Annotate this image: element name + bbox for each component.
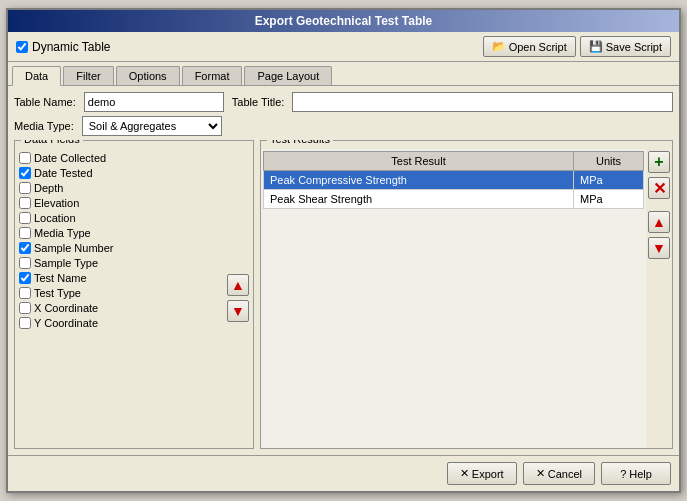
results-side-buttons: + ✕ ▲ ▼ <box>646 149 672 448</box>
x-coordinate-checkbox[interactable] <box>19 302 31 314</box>
media-type-label: Media Type: <box>14 120 74 132</box>
depth-label: Depth <box>34 182 63 194</box>
elevation-checkbox[interactable] <box>19 197 31 209</box>
move-up-button[interactable]: ▲ <box>227 274 249 296</box>
open-script-button[interactable]: 📂 Open Script <box>483 36 576 57</box>
list-item: Sample Type <box>19 256 223 270</box>
open-folder-icon: 📂 <box>492 40 506 53</box>
table-row[interactable]: Peak Shear Strength MPa <box>264 190 644 209</box>
test-results-title: Test Results <box>267 140 333 145</box>
toolbar: Dynamic Table 📂 Open Script 💾 Save Scrip… <box>8 32 679 62</box>
cancel-icon: ✕ <box>536 467 545 480</box>
test-results-group: Test Results Test Result Units <box>260 140 673 449</box>
dynamic-table-container: Dynamic Table <box>16 40 110 54</box>
delete-result-button[interactable]: ✕ <box>648 177 670 199</box>
media-type-select[interactable]: Soil & Aggregates Rock Water <box>82 116 222 136</box>
cancel-button[interactable]: ✕ Cancel <box>523 462 595 485</box>
elevation-label: Elevation <box>34 197 79 209</box>
location-checkbox[interactable] <box>19 212 31 224</box>
date-collected-label: Date Collected <box>34 152 106 164</box>
left-panel: Data Fields Date Collected Date Tested <box>14 140 254 449</box>
location-label: Location <box>34 212 76 224</box>
list-item: Elevation <box>19 196 223 210</box>
list-item: Depth <box>19 181 223 195</box>
table-title-input[interactable] <box>292 92 673 112</box>
table-row[interactable]: Peak Compressive Strength MPa <box>264 171 644 190</box>
move-down-button[interactable]: ▼ <box>227 300 249 322</box>
save-script-button[interactable]: 💾 Save Script <box>580 36 671 57</box>
tab-filter[interactable]: Filter <box>63 66 113 85</box>
list-item: Test Name <box>19 271 223 285</box>
main-dialog: Export Geotechnical Test Table Dynamic T… <box>6 8 681 493</box>
sample-type-checkbox[interactable] <box>19 257 31 269</box>
data-fields-container: Date Collected Date Tested Depth <box>19 151 249 444</box>
test-type-label: Test Type <box>34 287 81 299</box>
dialog-title: Export Geotechnical Test Table <box>255 14 433 28</box>
units-cell: MPa <box>574 190 644 209</box>
tab-data[interactable]: Data <box>12 66 61 86</box>
list-item: X Coordinate <box>19 301 223 315</box>
units-cell: MPa <box>574 171 644 190</box>
media-type-field-label: Media Type <box>34 227 91 239</box>
test-result-cell: Peak Shear Strength <box>264 190 574 209</box>
x-coordinate-label: X Coordinate <box>34 302 98 314</box>
test-name-label: Test Name <box>34 272 87 284</box>
export-button[interactable]: ✕ Export <box>447 462 517 485</box>
tab-options[interactable]: Options <box>116 66 180 85</box>
sample-number-checkbox[interactable] <box>19 242 31 254</box>
list-item: Date Collected <box>19 151 223 165</box>
media-type-checkbox[interactable] <box>19 227 31 239</box>
tab-page-layout[interactable]: Page Layout <box>244 66 332 85</box>
list-item: Sample Number <box>19 241 223 255</box>
tab-format[interactable]: Format <box>182 66 243 85</box>
data-field-arrow-buttons: ▲ ▼ <box>227 151 249 444</box>
test-type-checkbox[interactable] <box>19 287 31 299</box>
save-icon: 💾 <box>589 40 603 53</box>
date-collected-checkbox[interactable] <box>19 152 31 164</box>
sample-number-label: Sample Number <box>34 242 113 254</box>
test-results-inner: Test Result Units Peak Compressive Stren… <box>261 149 672 448</box>
toolbar-buttons: 📂 Open Script 💾 Save Script <box>483 36 671 57</box>
add-result-button[interactable]: + <box>648 151 670 173</box>
tab-bar: Data Filter Options Format Page Layout <box>8 62 679 86</box>
data-fields-group: Data Fields Date Collected Date Tested <box>14 140 254 449</box>
test-result-cell: Peak Compressive Strength <box>264 171 574 190</box>
list-item: Y Coordinate <box>19 316 223 330</box>
list-item: Test Type <box>19 286 223 300</box>
results-table-area: Test Result Units Peak Compressive Stren… <box>261 149 646 448</box>
table-name-row: Table Name: Table Title: <box>14 92 673 112</box>
help-icon: ? <box>620 468 626 480</box>
result-move-up-button[interactable]: ▲ <box>648 211 670 233</box>
date-tested-checkbox[interactable] <box>19 167 31 179</box>
test-name-checkbox[interactable] <box>19 272 31 284</box>
list-item: Location <box>19 211 223 225</box>
media-type-row: Media Type: Soil & Aggregates Rock Water <box>14 116 673 136</box>
table-title-label: Table Title: <box>232 96 285 108</box>
table-name-input[interactable] <box>84 92 224 112</box>
right-panel: Test Results Test Result Units <box>260 140 673 449</box>
sample-type-label: Sample Type <box>34 257 98 269</box>
y-coordinate-checkbox[interactable] <box>19 317 31 329</box>
results-table: Test Result Units Peak Compressive Stren… <box>263 151 644 209</box>
list-item: Date Tested <box>19 166 223 180</box>
help-button[interactable]: ? Help <box>601 462 671 485</box>
y-coordinate-label: Y Coordinate <box>34 317 98 329</box>
checkbox-list: Date Collected Date Tested Depth <box>19 151 223 444</box>
dynamic-table-label: Dynamic Table <box>32 40 110 54</box>
footer: ✕ Export ✕ Cancel ? Help <box>8 455 679 491</box>
date-tested-label: Date Tested <box>34 167 93 179</box>
table-name-label: Table Name: <box>14 96 76 108</box>
export-icon: ✕ <box>460 467 469 480</box>
col-header-test-result: Test Result <box>264 152 574 171</box>
col-header-units: Units <box>574 152 644 171</box>
title-bar: Export Geotechnical Test Table <box>8 10 679 32</box>
dynamic-table-checkbox[interactable] <box>16 41 28 53</box>
main-area: Data Fields Date Collected Date Tested <box>14 140 673 449</box>
depth-checkbox[interactable] <box>19 182 31 194</box>
data-fields-title: Data Fields <box>21 140 83 145</box>
result-move-down-button[interactable]: ▼ <box>648 237 670 259</box>
list-item: Media Type <box>19 226 223 240</box>
tab-content: Table Name: Table Title: Media Type: Soi… <box>8 86 679 455</box>
